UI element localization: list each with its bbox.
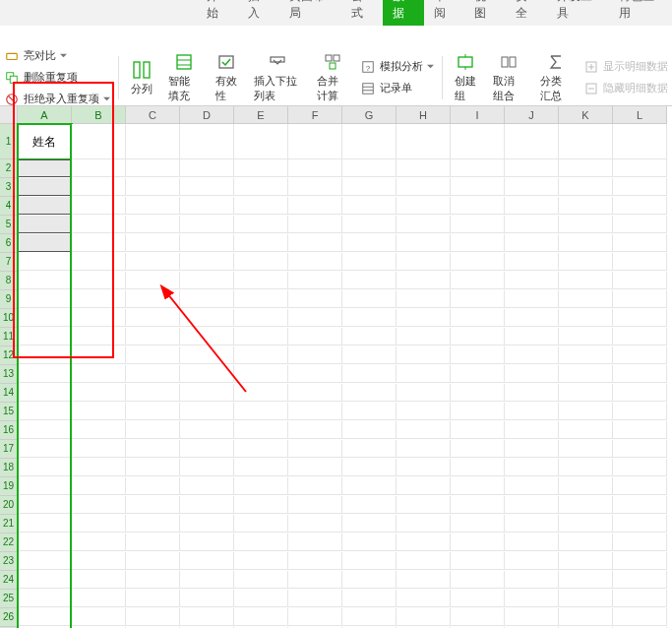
- cell[interactable]: [451, 608, 505, 626]
- cell[interactable]: [397, 534, 451, 551]
- cell[interactable]: [342, 328, 397, 345]
- cell[interactable]: [126, 515, 180, 533]
- cell[interactable]: [451, 124, 505, 159]
- col-header-B[interactable]: B: [72, 106, 126, 124]
- cell[interactable]: [288, 571, 342, 589]
- cell[interactable]: [505, 571, 559, 589]
- cell[interactable]: [180, 159, 234, 177]
- cell[interactable]: [342, 365, 397, 383]
- cell[interactable]: [126, 290, 180, 308]
- row-header[interactable]: 19: [0, 477, 18, 496]
- cell[interactable]: [397, 290, 451, 308]
- cell[interactable]: [72, 346, 126, 364]
- row-header[interactable]: 20: [0, 496, 18, 515]
- cell[interactable]: [180, 346, 234, 364]
- cell[interactable]: [234, 178, 288, 196]
- cell[interactable]: [72, 272, 126, 289]
- cell[interactable]: [234, 421, 288, 439]
- cell[interactable]: [126, 197, 180, 215]
- cell[interactable]: [505, 515, 559, 533]
- cell[interactable]: [126, 124, 180, 159]
- cell[interactable]: [505, 290, 559, 308]
- cell[interactable]: [342, 216, 397, 233]
- cell[interactable]: [397, 328, 451, 345]
- text-to-columns-button[interactable]: 分列: [127, 57, 156, 98]
- cell[interactable]: [126, 365, 180, 383]
- cell[interactable]: [18, 159, 72, 177]
- cell[interactable]: [180, 515, 234, 533]
- cell[interactable]: [505, 590, 559, 607]
- cell[interactable]: [18, 365, 72, 383]
- cell[interactable]: [72, 534, 126, 551]
- cell[interactable]: [180, 234, 234, 252]
- cell[interactable]: [288, 309, 342, 327]
- cell[interactable]: [126, 440, 180, 458]
- cell[interactable]: [180, 384, 234, 402]
- cell[interactable]: [613, 552, 667, 570]
- cell[interactable]: [18, 496, 72, 514]
- cell[interactable]: [505, 403, 559, 420]
- cell[interactable]: [180, 496, 234, 514]
- cell[interactable]: [126, 590, 180, 607]
- cell[interactable]: [234, 272, 288, 289]
- cell[interactable]: [342, 496, 397, 514]
- cell[interactable]: [126, 552, 180, 570]
- cell[interactable]: [342, 440, 397, 458]
- cell[interactable]: [72, 384, 126, 402]
- cell[interactable]: [126, 272, 180, 289]
- cell[interactable]: [18, 459, 72, 476]
- cell[interactable]: [342, 159, 397, 177]
- cell[interactable]: [559, 608, 613, 626]
- cell[interactable]: [342, 346, 397, 364]
- cell[interactable]: [234, 403, 288, 420]
- cell[interactable]: [505, 309, 559, 327]
- cell[interactable]: [613, 608, 667, 626]
- cell[interactable]: [180, 309, 234, 327]
- row-header[interactable]: 23: [0, 552, 18, 571]
- cell[interactable]: [559, 253, 613, 271]
- cell[interactable]: [397, 365, 451, 383]
- cell[interactable]: [288, 124, 342, 159]
- cell[interactable]: [613, 124, 667, 159]
- cell[interactable]: [72, 124, 126, 159]
- row-header[interactable]: 4: [0, 197, 18, 216]
- row-header[interactable]: 1: [0, 124, 18, 159]
- row-header[interactable]: 25: [0, 590, 18, 608]
- cell[interactable]: [342, 384, 397, 402]
- cell[interactable]: [288, 290, 342, 308]
- cell[interactable]: [342, 590, 397, 607]
- cell[interactable]: [505, 421, 559, 439]
- cell[interactable]: [234, 608, 288, 626]
- cell[interactable]: [451, 384, 505, 402]
- row-header[interactable]: 16: [0, 421, 18, 440]
- cell[interactable]: [613, 477, 667, 495]
- cell[interactable]: [288, 216, 342, 233]
- row-header[interactable]: 21: [0, 515, 18, 534]
- tab-insert[interactable]: 插入: [238, 0, 279, 26]
- cell[interactable]: [18, 234, 72, 252]
- cell[interactable]: [451, 496, 505, 514]
- col-header-K[interactable]: K: [559, 106, 613, 124]
- cell[interactable]: [234, 309, 288, 327]
- cell[interactable]: [234, 216, 288, 233]
- cell[interactable]: [397, 571, 451, 589]
- col-header-J[interactable]: J: [505, 106, 559, 124]
- cell[interactable]: [180, 216, 234, 233]
- cell[interactable]: [288, 459, 342, 476]
- col-header-H[interactable]: H: [397, 106, 451, 124]
- cell[interactable]: [505, 477, 559, 495]
- cell[interactable]: [342, 178, 397, 196]
- cell[interactable]: [126, 496, 180, 514]
- row-header[interactable]: 14: [0, 384, 18, 403]
- validity-button[interactable]: 有效性: [212, 49, 243, 105]
- consolidate-button[interactable]: 合并计算: [313, 49, 352, 105]
- cell[interactable]: [126, 571, 180, 589]
- cell[interactable]: [180, 440, 234, 458]
- cell[interactable]: [451, 515, 505, 533]
- row-header[interactable]: 7: [0, 253, 18, 272]
- cell[interactable]: [505, 197, 559, 215]
- cell[interactable]: [234, 515, 288, 533]
- cell[interactable]: [397, 384, 451, 402]
- cell[interactable]: [613, 496, 667, 514]
- cell[interactable]: [72, 590, 126, 607]
